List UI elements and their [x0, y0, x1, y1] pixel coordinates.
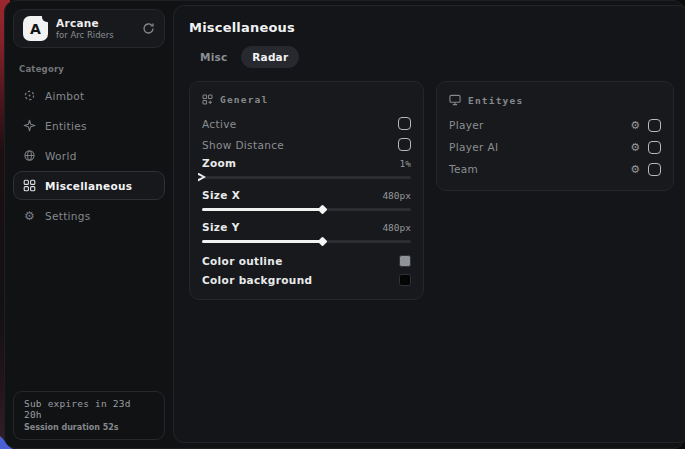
logo-initial: A: [30, 21, 41, 37]
gear-icon[interactable]: ⚙: [630, 120, 640, 131]
setting-label: Size Y: [202, 221, 240, 233]
size-x-value: 480px: [382, 190, 411, 201]
setting-label: Color background: [202, 274, 312, 286]
setting-label: Active: [202, 118, 237, 130]
app-window: A Arcane for Arc Riders Category Aimbot …: [4, 0, 685, 449]
team-checkbox[interactable]: [648, 163, 661, 176]
setting-row-size-x: Size X 480px: [202, 187, 411, 211]
app-title: Arcane: [56, 17, 114, 30]
refresh-icon[interactable]: [142, 22, 155, 35]
setting-row-color-background: Color background: [202, 270, 411, 289]
grid-icon: [23, 179, 36, 192]
panel-title: General: [220, 94, 268, 105]
entity-label: Player: [449, 119, 484, 131]
layout-grid-icon: [202, 94, 213, 105]
sidebar-item-miscellaneous[interactable]: Miscellaneous: [13, 171, 165, 200]
entity-row-player-ai: Player AI ⚙: [449, 136, 661, 158]
entity-row-player: Player ⚙: [449, 114, 661, 136]
subscription-card: Sub expires in 23d 20h Session duration …: [13, 391, 165, 440]
slider-fill: [202, 240, 323, 243]
setting-label: Zoom: [202, 157, 236, 169]
size-y-value: 480px: [382, 222, 411, 233]
general-panel: General Active Show Distance Zoom 1%: [189, 81, 424, 300]
setting-label: Show Distance: [202, 139, 284, 151]
setting-row-active: Active: [202, 113, 411, 134]
slider-thumb[interactable]: [198, 173, 206, 182]
show-distance-checkbox[interactable]: [398, 138, 411, 151]
entity-row-team: Team ⚙: [449, 158, 661, 180]
entity-label: Team: [449, 163, 478, 175]
gear-icon[interactable]: ⚙: [630, 164, 640, 175]
slider-fill: [202, 208, 323, 211]
tab-bar: Misc Radar: [189, 46, 674, 68]
crosshair-icon: [23, 89, 36, 102]
sidebar-item-label: World: [45, 150, 77, 162]
sidebar-item-label: Entities: [45, 120, 87, 132]
tab-misc[interactable]: Misc: [189, 46, 238, 68]
tab-radar[interactable]: Radar: [241, 46, 299, 68]
entities-panel: Entityes Player ⚙ Player AI ⚙: [436, 81, 674, 191]
player-ai-checkbox[interactable]: [648, 141, 661, 154]
monitor-icon: [449, 94, 461, 106]
zoom-slider[interactable]: [202, 176, 411, 179]
app-subtitle: for Arc Riders: [56, 30, 114, 41]
setting-row-color-outline: Color outline: [202, 251, 411, 270]
player-checkbox[interactable]: [648, 119, 661, 132]
color-background-swatch[interactable]: [399, 274, 411, 286]
logo-card: A Arcane for Arc Riders: [13, 9, 165, 48]
sub-expiry-text: Sub expires in 23d 20h: [24, 398, 154, 420]
entities-icon: [23, 119, 36, 132]
page-title: Miscellaneous: [189, 20, 674, 35]
slider-thumb[interactable]: [318, 236, 328, 246]
sidebar-item-label: Aimbot: [45, 90, 84, 102]
zoom-value: 1%: [400, 158, 411, 169]
sidebar-item-aimbot[interactable]: Aimbot: [13, 81, 165, 110]
setting-row-zoom: Zoom 1%: [202, 155, 411, 179]
gear-icon: ⚙: [23, 210, 36, 222]
main-panel: Miscellaneous Misc Radar General Active: [173, 5, 685, 443]
size-x-slider[interactable]: [202, 208, 411, 211]
color-outline-swatch[interactable]: [399, 255, 411, 267]
sidebar-item-entities[interactable]: Entities: [13, 111, 165, 140]
sidebar-item-label: Miscellaneous: [45, 180, 132, 192]
app-logo: A: [23, 16, 48, 41]
panel-title: Entityes: [468, 95, 523, 106]
size-y-slider[interactable]: [202, 240, 411, 243]
sidebar-item-label: Settings: [45, 210, 90, 222]
gear-icon[interactable]: ⚙: [630, 142, 640, 153]
sidebar-item-settings[interactable]: ⚙ Settings: [13, 201, 165, 230]
setting-row-size-y: Size Y 480px: [202, 219, 411, 243]
category-label: Category: [19, 64, 159, 74]
panels-row: General Active Show Distance Zoom 1%: [189, 81, 674, 300]
setting-label: Color outline: [202, 255, 283, 267]
setting-label: Size X: [202, 189, 240, 201]
sidebar: A Arcane for Arc Riders Category Aimbot …: [5, 1, 173, 448]
globe-icon: [23, 149, 36, 162]
setting-row-show-distance: Show Distance: [202, 134, 411, 155]
active-checkbox[interactable]: [398, 117, 411, 130]
slider-thumb[interactable]: [318, 204, 328, 214]
session-duration-text: Session duration 52s: [24, 423, 154, 432]
sidebar-item-world[interactable]: World: [13, 141, 165, 170]
entity-label: Player AI: [449, 141, 498, 153]
